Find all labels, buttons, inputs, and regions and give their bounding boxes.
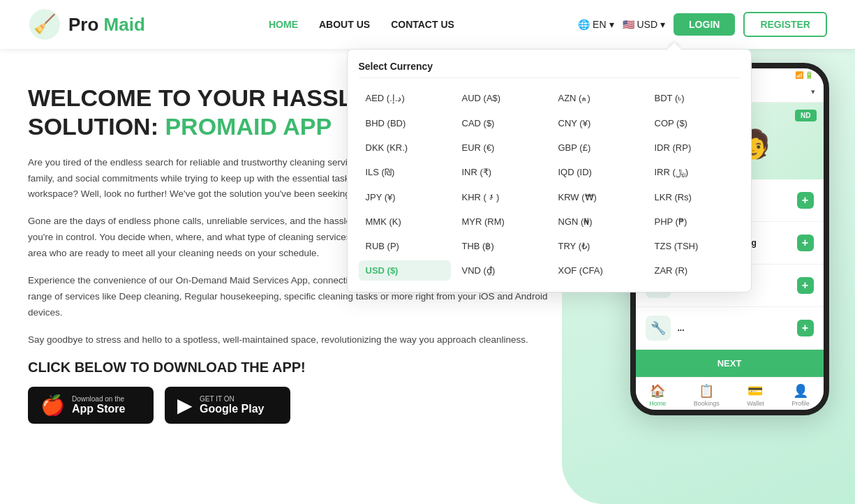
nav-links: HOME ABOUT US CONTACT US	[269, 19, 454, 30]
nav-icon: 🏠	[650, 383, 665, 399]
app-store-text: Download on the App Store	[72, 395, 125, 415]
nav-contact[interactable]: CONTACT US	[391, 19, 454, 30]
nav-right: 🌐 EN ▾ 🇺🇸 USD ▾ LOGIN REGISTER	[578, 12, 827, 37]
logo-icon: 🧹	[28, 8, 61, 41]
currency-item-idr[interactable]: IDR (RP)	[648, 138, 740, 158]
currency-grid: AED (.د.إ)AUD (A$)AZN (₼)BDT (৳)BHD (BD)…	[359, 88, 740, 281]
currency-item-bhd[interactable]: BHD (BD)	[359, 113, 451, 133]
language-button[interactable]: 🌐 EN ▾	[578, 19, 614, 30]
google-play-icon: ▶	[177, 394, 193, 417]
currency-item-thb[interactable]: THB (฿)	[455, 236, 547, 256]
nav-home[interactable]: HOME	[269, 19, 298, 30]
currency-item-lkr[interactable]: LKR (Rs)	[648, 187, 740, 207]
dropdown-arrow	[667, 43, 681, 50]
currency-item-khr[interactable]: KHR (៛)	[455, 187, 547, 207]
nav-about[interactable]: ABOUT US	[319, 19, 370, 30]
phone-nav-item-profile[interactable]: 👤 Profile	[791, 383, 810, 407]
phone-icons: 📶 🔋	[795, 71, 814, 79]
currency-item-xof[interactable]: XOF (CFA)	[551, 260, 644, 281]
service-add-button[interactable]: +	[797, 235, 814, 251]
logo-text: Pro Maid	[68, 14, 145, 36]
svg-text:🧹: 🧹	[34, 13, 57, 35]
currency-item-azn[interactable]: AZN (₼)	[551, 88, 644, 109]
currency-item-php[interactable]: PHP (₱)	[648, 212, 740, 232]
register-button[interactable]: REGISTER	[743, 12, 827, 37]
currency-item-vnd[interactable]: VND (₫)	[455, 260, 547, 281]
google-play-button[interactable]: ▶ GET IT ON Google Play	[165, 387, 290, 424]
currency-item-myr[interactable]: MYR (RM)	[455, 212, 547, 232]
lang-label: EN	[593, 19, 606, 30]
chevron-down-icon-2: ▾	[660, 19, 665, 30]
currency-item-iqd[interactable]: IQD (ID)	[551, 162, 644, 183]
currency-item-aed[interactable]: AED (.د.إ)	[359, 88, 451, 109]
currency-item-mmk[interactable]: MMK (K)	[359, 212, 451, 232]
currency-label: USD	[637, 19, 658, 30]
logo: 🧹 Pro Maid	[28, 8, 145, 41]
store-buttons: 🍎 Download on the App Store ▶ GET IT ON …	[28, 387, 576, 424]
service-add-button[interactable]: +	[797, 192, 814, 209]
chevron-down-icon: ▾	[609, 19, 614, 30]
currency-dropdown-title: Select Currency	[359, 61, 740, 78]
currency-item-irr[interactable]: IRR (﷼)	[648, 162, 740, 183]
currency-item-try[interactable]: TRY (₺)	[551, 236, 644, 256]
nav-icon: 📋	[699, 383, 714, 399]
service-add-button[interactable]: +	[797, 320, 814, 336]
currency-item-ils[interactable]: ILS (₪)	[359, 162, 451, 183]
nav-label: Home	[649, 400, 666, 407]
navbar: 🧹 Pro Maid HOME ABOUT US CONTACT US 🌐 EN…	[0, 0, 855, 49]
currency-item-aud[interactable]: AUD (A$)	[455, 88, 547, 109]
promo-badge: ND	[795, 110, 816, 121]
chevron-down-icon-phone: ▾	[811, 87, 815, 96]
nav-label: Bookings	[694, 400, 720, 407]
currency-item-jpy[interactable]: JPY (¥)	[359, 187, 451, 207]
cta-title: CLICK BELOW TO DOWNLOAD THE APP!	[28, 360, 576, 376]
service-name: ...	[678, 323, 790, 333]
currency-item-zar[interactable]: ZAR (R)	[648, 260, 740, 281]
globe-icon: 🌐	[578, 19, 590, 30]
phone-nav-item-wallet[interactable]: 💳 Wallet	[747, 383, 764, 407]
service-icon: 🔧	[646, 316, 671, 341]
currency-item-cop[interactable]: COP ($)	[648, 113, 740, 133]
currency-item-inr[interactable]: INR (₹)	[455, 162, 547, 183]
phone-service-item: 🔧 ... +	[636, 307, 824, 350]
currency-item-dkk[interactable]: DKK (KR.)	[359, 138, 451, 158]
currency-item-tzs[interactable]: TZS (TSH)	[648, 236, 740, 256]
phone-next-button[interactable]: NEXT	[636, 350, 824, 377]
service-add-button[interactable]: +	[797, 277, 814, 294]
currency-item-cad[interactable]: CAD ($)	[455, 113, 547, 133]
currency-item-eur[interactable]: EUR (€)	[455, 138, 547, 158]
app-store-button[interactable]: 🍎 Download on the App Store	[28, 387, 154, 424]
apple-icon: 🍎	[40, 394, 65, 417]
login-button[interactable]: LOGIN	[674, 13, 735, 36]
currency-item-ngn[interactable]: NGN (₦)	[551, 212, 644, 232]
currency-button[interactable]: 🇺🇸 USD ▾	[623, 19, 666, 30]
currency-item-bdt[interactable]: BDT (৳)	[648, 88, 740, 109]
hero-desc-4: Say goodbye to stress and hello to a spo…	[28, 332, 576, 348]
nav-icon: 👤	[793, 383, 808, 399]
phone-nav-item-bookings[interactable]: 📋 Bookings	[694, 383, 720, 407]
currency-dropdown: Select Currency AED (.د.إ)AUD (A$)AZN (₼…	[347, 49, 752, 292]
nav-label: Wallet	[747, 400, 764, 407]
google-play-text: GET IT ON Google Play	[200, 395, 264, 415]
phone-nav-item-home[interactable]: 🏠 Home	[649, 383, 666, 407]
nav-icon: 💳	[748, 383, 763, 399]
currency-item-krw[interactable]: KRW (₩)	[551, 187, 644, 207]
currency-item-gbp[interactable]: GBP (£)	[551, 138, 644, 158]
currency-item-usd[interactable]: USD ($)	[359, 260, 451, 281]
currency-item-cny[interactable]: CNY (¥)	[551, 113, 644, 133]
flag-icon: 🇺🇸	[623, 19, 634, 30]
currency-item-rub[interactable]: RUB (P)	[359, 236, 451, 256]
nav-label: Profile	[791, 400, 810, 407]
phone-bottom-nav: 🏠 Home 📋 Bookings 💳 Wallet 👤 Profile	[636, 377, 824, 410]
